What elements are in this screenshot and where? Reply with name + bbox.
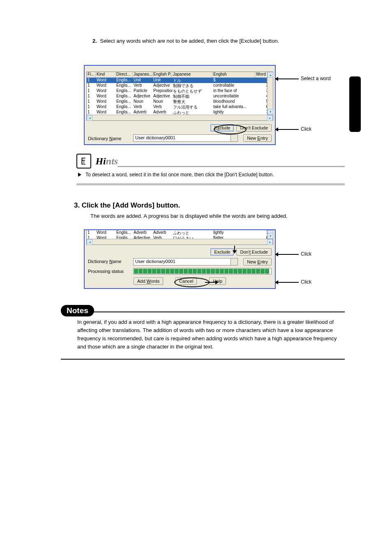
- col-kind[interactable]: Kind: [96, 72, 115, 78]
- word-table[interactable]: Fi... Kind Direct... Japanes... English …: [86, 72, 273, 121]
- step2-text: 2. Select any words which are not to be …: [92, 37, 345, 45]
- cancel-button[interactable]: Cancel: [175, 277, 197, 285]
- scroll-left-icon[interactable]: ◂: [87, 239, 92, 245]
- step2-num: 2.: [92, 38, 97, 44]
- horizontal-scrollbar[interactable]: ◂ ▸: [87, 115, 273, 120]
- auto-learn-dialog-2: 1WordEnglis...AdverbAdverbふわっとlightly71W…: [84, 229, 276, 289]
- col-direction[interactable]: Direct...: [115, 72, 133, 78]
- col-fi[interactable]: Fi...: [87, 72, 96, 78]
- arrow-add-words: [205, 282, 217, 283]
- hints-title: Hints: [95, 156, 118, 167]
- scroll-left-icon[interactable]: ◂: [87, 115, 92, 121]
- arrow-dont-exclude: [276, 254, 299, 255]
- arrow-add-words-right: [276, 282, 299, 283]
- hints-icon: [76, 154, 91, 169]
- vertical-scrollbar-2[interactable]: ▴ ▾: [267, 230, 273, 239]
- arrow-down-exclude: [234, 246, 235, 252]
- col-japanese[interactable]: Japanese: [172, 72, 212, 78]
- dont-exclude-button-2[interactable]: Don't Exclude: [236, 248, 272, 256]
- scroll-up-icon[interactable]: ▴: [267, 72, 273, 78]
- dont-exclude-button[interactable]: Don't Exclude: [236, 124, 272, 132]
- dictionary-select[interactable]: User dictionary0001: [133, 134, 238, 142]
- hints-body: To deselect a word, select it in the lis…: [76, 171, 345, 178]
- new-entry-button[interactable]: New Entry: [243, 134, 272, 142]
- table-row[interactable]: 1WordEnglis...AdverbAdverbふわっとlightly7: [87, 230, 273, 235]
- auto-learn-dialog-1: Fi... Kind Direct... Japanes... English …: [84, 65, 276, 145]
- hints-rule: [118, 166, 345, 167]
- vertical-scrollbar[interactable]: ▴ ▾: [267, 72, 273, 115]
- callout-down-click: Click: [301, 251, 311, 257]
- table-row[interactable]: 1WordEnglis...VerbAdjective制御できるcontroll…: [87, 83, 273, 88]
- table-row[interactable]: 1WordEnglis...VerbVerbフル活用するtake full ad…: [87, 104, 273, 110]
- add-words-button[interactable]: Add Words: [134, 277, 163, 285]
- arrow-select-word: [276, 78, 299, 79]
- col-japanese-pos[interactable]: Japanes...: [133, 72, 152, 78]
- dictionary-name-label: Dictionary Name: [88, 136, 121, 141]
- progress-bar: [133, 268, 272, 275]
- bullet-icon: [78, 173, 83, 177]
- step3-heading: 3. Click the [Add Words] button.: [74, 201, 345, 210]
- table-row[interactable]: 1WordEnglis...ParticlePrepositionをものともせず…: [87, 88, 273, 94]
- screenshot1-group: Fi... Kind Direct... Japanes... English …: [84, 65, 367, 145]
- arrow-exclude-click: [276, 129, 299, 130]
- table-row[interactable]: 1WordEnglis...AdjectiveAdjective制御不能unco…: [87, 94, 273, 99]
- processing-status-label: Processing status: [88, 269, 124, 274]
- notes-rule-bottom: [61, 359, 345, 360]
- horizontal-scrollbar-2[interactable]: ◂ ▸: [87, 239, 273, 245]
- notes-title: Notes: [61, 305, 94, 316]
- hints-section: Hints To deselect a word, select it in t…: [76, 154, 345, 185]
- exclude-button-2[interactable]: Exclude: [210, 248, 234, 256]
- word-table-2[interactable]: 1WordEnglis...AdverbAdverbふわっとlightly71W…: [86, 230, 273, 245]
- step3-desc: The words are added. A progress bar is d…: [90, 213, 345, 219]
- scroll-down-icon[interactable]: ▾: [267, 109, 273, 115]
- col-english[interactable]: English: [212, 72, 255, 78]
- table-header[interactable]: Fi... Kind Direct... Japanes... English …: [87, 72, 273, 78]
- table-row[interactable]: 1WordEnglis...NounNoun警察犬bloodhound5: [87, 99, 273, 104]
- step3-section: 3. Click the [Add Words] button. The wor…: [74, 201, 345, 219]
- callout-exclude-click: Click: [301, 126, 311, 132]
- dictionary-select-2[interactable]: User dictionary0001: [133, 258, 238, 265]
- hints-end-rule: [76, 183, 345, 185]
- col-english-pos[interactable]: English P...: [152, 72, 172, 78]
- notes-body: In general, if you add a word with a hig…: [77, 318, 345, 351]
- table-row[interactable]: 1WordEnglis...UnitUnitドル$1: [87, 78, 273, 83]
- callout-add-click: Click: [301, 279, 311, 285]
- new-entry-button-2[interactable]: New Entry: [243, 258, 272, 265]
- screenshot2-group: 1WordEnglis...AdverbAdverbふわっとlightly71W…: [84, 229, 367, 289]
- notes-rule-top: [92, 312, 345, 312]
- dictionary-name-label-2: Dictionary Name: [88, 259, 121, 264]
- callout-select-word: Select a word: [301, 76, 331, 81]
- scroll-right-icon[interactable]: ▸: [267, 115, 273, 121]
- scroll-down-icon[interactable]: ▾: [267, 233, 273, 239]
- notes-section: Notes In general, if you add a word with…: [61, 305, 345, 360]
- scroll-right-icon[interactable]: ▸: [267, 239, 273, 245]
- exclude-button[interactable]: Exclude: [210, 124, 234, 132]
